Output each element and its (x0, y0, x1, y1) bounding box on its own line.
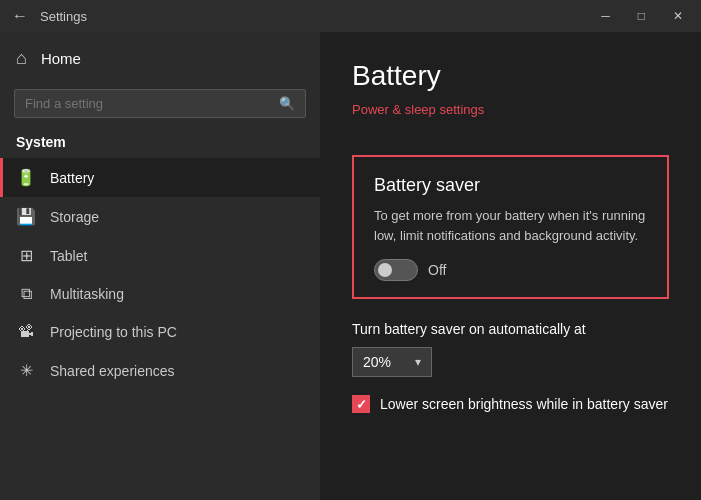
sidebar-tablet-label: Tablet (50, 248, 87, 264)
projecting-icon: 📽 (16, 323, 36, 341)
sidebar-item-battery[interactable]: 🔋 Battery (0, 158, 320, 197)
search-box[interactable]: 🔍 (14, 89, 306, 118)
sidebar-item-home[interactable]: ⌂ Home (0, 32, 320, 85)
battery-saver-toggle[interactable] (374, 259, 418, 281)
auto-saver-dropdown[interactable]: 20% ▾ (352, 347, 432, 377)
brightness-label: Lower screen brightness while in battery… (380, 396, 668, 412)
home-icon: ⌂ (16, 48, 27, 69)
tablet-icon: ⊞ (16, 246, 36, 265)
sidebar-item-projecting[interactable]: 📽 Projecting to this PC (0, 313, 320, 351)
shared-icon: ✳ (16, 361, 36, 380)
titlebar: ← Settings ─ □ ✕ (0, 0, 701, 32)
sidebar-battery-label: Battery (50, 170, 94, 186)
dropdown-value: 20% (363, 354, 391, 370)
auto-saver-label: Turn battery saver on automatically at (352, 321, 669, 337)
main-layout: ⌂ Home 🔍 System 🔋 Battery 💾 Storage ⊞ Ta… (0, 32, 701, 500)
auto-saver-row: Turn battery saver on automatically at 2… (352, 321, 669, 377)
storage-icon: 💾 (16, 207, 36, 226)
toggle-label: Off (428, 262, 446, 278)
toggle-knob (378, 263, 392, 277)
sidebar-item-multitasking[interactable]: ⧉ Multitasking (0, 275, 320, 313)
dropdown-arrow-icon: ▾ (415, 355, 421, 369)
sidebar-item-storage[interactable]: 💾 Storage (0, 197, 320, 236)
battery-saver-description: To get more from your battery when it's … (374, 206, 647, 245)
back-button[interactable]: ← (12, 7, 28, 25)
battery-saver-card: Battery saver To get more from your batt… (352, 155, 669, 299)
sidebar-multitasking-label: Multitasking (50, 286, 124, 302)
battery-saver-title: Battery saver (374, 175, 647, 196)
page-title: Battery (352, 60, 669, 92)
sidebar-item-tablet[interactable]: ⊞ Tablet (0, 236, 320, 275)
brightness-row: ✓ Lower screen brightness while in batte… (352, 395, 669, 413)
checkmark-icon: ✓ (356, 397, 367, 412)
sidebar-shared-label: Shared experiences (50, 363, 175, 379)
titlebar-title: Settings (40, 9, 595, 24)
content-area: Battery Power & sleep settings Battery s… (320, 32, 701, 500)
brightness-checkbox[interactable]: ✓ (352, 395, 370, 413)
toggle-row: Off (374, 259, 647, 281)
sidebar: ⌂ Home 🔍 System 🔋 Battery 💾 Storage ⊞ Ta… (0, 32, 320, 500)
home-label: Home (41, 50, 81, 67)
multitasking-icon: ⧉ (16, 285, 36, 303)
sidebar-item-shared[interactable]: ✳ Shared experiences (0, 351, 320, 390)
power-sleep-link[interactable]: Power & sleep settings (352, 102, 484, 117)
sidebar-storage-label: Storage (50, 209, 99, 225)
sidebar-projecting-label: Projecting to this PC (50, 324, 177, 340)
close-button[interactable]: ✕ (667, 7, 689, 25)
sidebar-section-label: System (0, 130, 320, 158)
maximize-button[interactable]: □ (632, 7, 651, 25)
battery-icon: 🔋 (16, 168, 36, 187)
minimize-button[interactable]: ─ (595, 7, 616, 25)
search-icon: 🔍 (279, 96, 295, 111)
search-input[interactable] (25, 96, 279, 111)
window-controls: ─ □ ✕ (595, 7, 689, 25)
